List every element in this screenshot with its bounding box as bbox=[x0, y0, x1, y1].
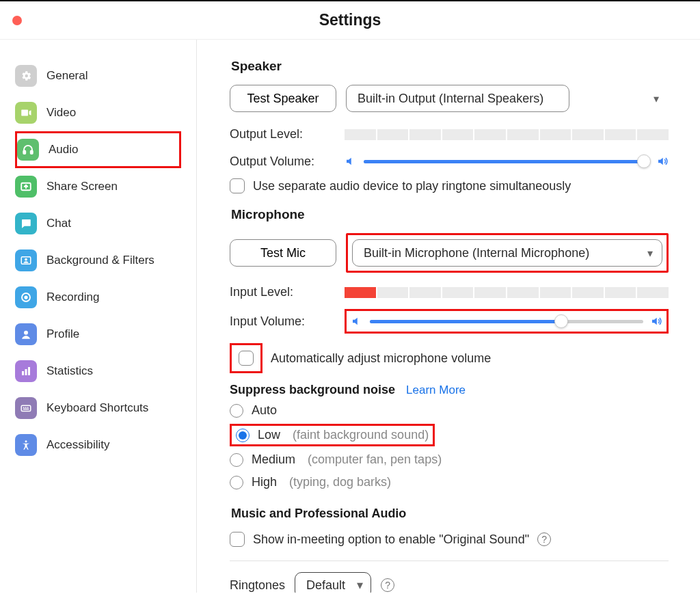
sidebar-item-audio[interactable]: Audio bbox=[15, 131, 181, 168]
svg-point-12 bbox=[25, 440, 27, 442]
radio-icon bbox=[236, 429, 250, 442]
sidebar-label: Share Screen bbox=[46, 180, 118, 193]
input-volume-label: Input Volume: bbox=[230, 314, 335, 329]
original-sound-label: Show in-meeting option to enable "Origin… bbox=[253, 532, 529, 547]
video-icon bbox=[15, 102, 37, 124]
test-mic-button[interactable]: Test Mic bbox=[230, 239, 336, 267]
ringtones-select[interactable]: Default bbox=[295, 572, 371, 593]
original-sound-checkbox[interactable] bbox=[230, 532, 245, 547]
output-volume-slider[interactable] bbox=[364, 154, 649, 169]
share-screen-icon bbox=[15, 176, 37, 198]
suppress-option-high[interactable]: High (typing, dog barks) bbox=[230, 473, 669, 491]
speaker-heading: Speaker bbox=[230, 59, 669, 74]
profile-icon bbox=[15, 323, 37, 345]
auto-adjust-mic-label: Automatically adjust microphone volume bbox=[271, 351, 491, 366]
accessibility-icon bbox=[15, 434, 37, 456]
headphones-icon bbox=[17, 139, 39, 161]
sidebar-item-accessibility[interactable]: Accessibility bbox=[15, 427, 181, 463]
sidebar-label: Recording bbox=[46, 291, 100, 304]
sidebar-item-recording[interactable]: Recording bbox=[15, 279, 181, 316]
svg-point-4 bbox=[25, 258, 27, 261]
suppress-option-low[interactable]: Low (faint background sound) bbox=[230, 424, 435, 446]
chevron-down-icon: ▾ bbox=[654, 92, 659, 105]
keyboard-icon bbox=[15, 397, 37, 419]
sidebar-label: General bbox=[46, 69, 88, 83]
volume-low-icon bbox=[351, 315, 363, 327]
sidebar-label: Video bbox=[46, 106, 76, 120]
svg-rect-10 bbox=[28, 367, 30, 375]
volume-high-icon bbox=[650, 315, 662, 327]
input-level-label: Input Level: bbox=[230, 285, 335, 299]
separate-audio-label: Use separate audio device to play ringto… bbox=[253, 179, 571, 193]
output-level-label: Output Level: bbox=[230, 127, 335, 141]
gear-icon bbox=[15, 65, 37, 87]
svg-point-7 bbox=[24, 331, 28, 335]
divider bbox=[230, 561, 669, 561]
close-window-button[interactable] bbox=[12, 16, 22, 25]
sidebar-label: Statistics bbox=[46, 364, 93, 378]
sidebar-item-video[interactable]: Video bbox=[15, 94, 181, 131]
sidebar-item-background-filters[interactable]: Background & Filters bbox=[15, 242, 181, 279]
auto-adjust-mic-checkbox[interactable] bbox=[239, 351, 254, 366]
volume-low-icon bbox=[345, 155, 357, 167]
svg-rect-8 bbox=[22, 371, 24, 375]
sidebar-item-general[interactable]: General bbox=[15, 57, 181, 94]
radio-icon bbox=[230, 453, 243, 467]
svg-rect-1 bbox=[31, 151, 33, 154]
sidebar-label: Audio bbox=[49, 143, 78, 157]
window-title: Settings bbox=[319, 11, 381, 29]
mic-device-select[interactable]: Built-in Microphone (Internal Microphone… bbox=[352, 239, 662, 267]
music-heading: Music and Professional Audio bbox=[230, 507, 669, 521]
person-card-icon bbox=[15, 249, 37, 271]
suppress-option-auto[interactable]: Auto bbox=[230, 401, 669, 420]
main-panel: Speaker Test Speaker Built-in Output (In… bbox=[197, 40, 700, 593]
sidebar-label: Keyboard Shortcuts bbox=[46, 401, 148, 415]
sidebar: General Video Audio Share Screen Chat bbox=[0, 40, 197, 593]
sidebar-label: Profile bbox=[46, 327, 79, 341]
svg-point-6 bbox=[24, 295, 27, 299]
svg-rect-11 bbox=[21, 405, 31, 411]
radio-icon bbox=[230, 404, 243, 418]
radio-icon bbox=[230, 476, 243, 489]
microphone-heading: Microphone bbox=[230, 207, 669, 222]
ringtones-label: Ringtones bbox=[230, 578, 285, 593]
sidebar-label: Accessibility bbox=[46, 438, 110, 452]
input-volume-slider[interactable] bbox=[370, 314, 643, 329]
output-level-meter bbox=[345, 129, 669, 140]
input-level-meter bbox=[345, 287, 669, 298]
titlebar: Settings bbox=[0, 1, 700, 40]
sidebar-label: Background & Filters bbox=[46, 254, 154, 267]
speaker-device-select[interactable]: Built-in Output (Internal Speakers) bbox=[346, 85, 569, 112]
record-icon bbox=[15, 286, 37, 308]
sidebar-label: Chat bbox=[46, 217, 71, 230]
sidebar-item-profile[interactable]: Profile bbox=[15, 316, 181, 353]
volume-high-icon bbox=[656, 155, 669, 167]
test-speaker-button[interactable]: Test Speaker bbox=[230, 85, 336, 112]
output-volume-label: Output Volume: bbox=[230, 154, 335, 169]
svg-rect-9 bbox=[25, 369, 27, 375]
svg-rect-0 bbox=[23, 151, 25, 154]
help-icon[interactable]: ? bbox=[381, 578, 394, 592]
learn-more-link[interactable]: Learn More bbox=[406, 383, 466, 397]
sidebar-item-chat[interactable]: Chat bbox=[15, 205, 181, 242]
help-icon[interactable]: ? bbox=[537, 532, 551, 546]
suppress-option-medium[interactable]: Medium (computer fan, pen taps) bbox=[230, 450, 669, 469]
separate-audio-checkbox[interactable] bbox=[230, 178, 245, 193]
sidebar-item-keyboard-shortcuts[interactable]: Keyboard Shortcuts bbox=[15, 390, 181, 427]
sidebar-item-statistics[interactable]: Statistics bbox=[15, 353, 181, 390]
stats-icon bbox=[15, 360, 37, 382]
sidebar-item-share-screen[interactable]: Share Screen bbox=[15, 168, 181, 205]
suppress-heading: Suppress background noise bbox=[230, 383, 395, 397]
chat-icon bbox=[15, 213, 37, 234]
